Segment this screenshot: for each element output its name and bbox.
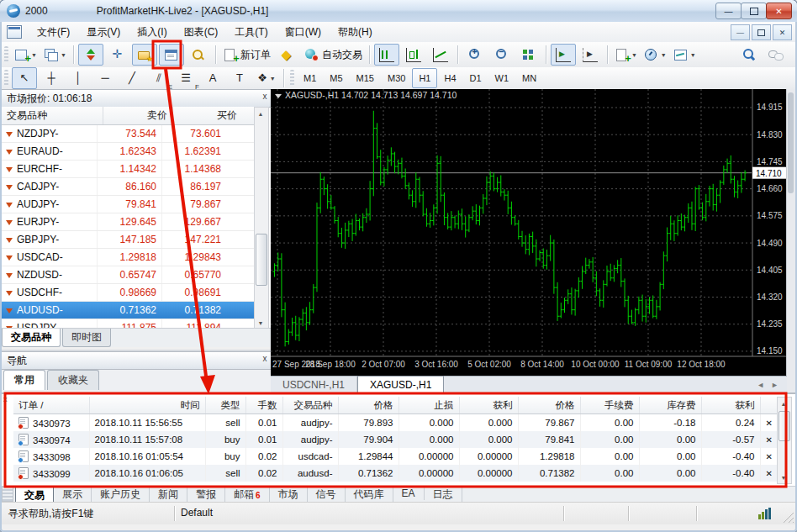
timeframe-H1[interactable]: H1 [412, 68, 437, 88]
terminal-tab-邮箱[interactable]: 邮箱6 [225, 487, 270, 503]
navigator-tab-收藏夹[interactable]: 收藏夹 [47, 370, 99, 390]
search-button[interactable] [736, 44, 761, 66]
navigator-close-icon[interactable]: x [259, 354, 271, 363]
menu-item-显示[interactable]: 显示(V) [78, 23, 129, 42]
market-watch-row-EURJPY-[interactable]: EURJPY-129.645129.667 [2, 213, 254, 231]
orders-column-5[interactable]: 价格 [338, 397, 398, 414]
market-watch-tab-交易品种[interactable]: 交易品种 [2, 329, 61, 347]
tile-windows-button[interactable] [516, 44, 541, 66]
menu-item-窗口[interactable]: 窗口(W) [277, 23, 330, 42]
trend-line-button[interactable]: ╱ [119, 67, 145, 89]
column-buy[interactable]: 买价 [173, 107, 242, 124]
market-watch-row-AUDUSD-[interactable]: AUDUSD-0.713620.71382 [2, 302, 254, 319]
order-row-3433098[interactable]: 34330982018.10.16 01:05:54buy0.02usdcad-… [13, 448, 778, 465]
status-profile[interactable]: Default [181, 507, 213, 519]
terminal-tab-信号[interactable]: 信号 [308, 487, 346, 503]
close-button[interactable]: ✕ [766, 3, 792, 19]
order-row-3430974[interactable]: 34309742018.10.11 15:57:08buy0.01audjpy-… [13, 431, 778, 448]
periods-dropdown-icon[interactable]: ▼ [661, 52, 667, 58]
profiles-dropdown-icon[interactable]: ▼ [61, 52, 66, 58]
orders-column-4[interactable]: 交易品种 [282, 397, 338, 414]
chart-candles-button[interactable] [401, 44, 426, 66]
timeframe-H4[interactable]: H4 [437, 68, 462, 88]
arrows-button[interactable]: ❖▼ [254, 67, 279, 89]
title-bar[interactable]: 2000 ProfitMarketHK-Live2 - [XAGUSD-,H1]… [0, 0, 797, 22]
zoom-in-button[interactable] [462, 44, 488, 66]
market-watch-row-GBPJPY-[interactable]: GBPJPY-147.185147.221 [2, 231, 254, 249]
chat-button[interactable] [763, 44, 788, 66]
terminal-tab-警报[interactable]: 警报 [187, 487, 225, 503]
orders-column-9[interactable]: 手续费 [580, 397, 639, 414]
chart-line-button[interactable] [428, 44, 453, 66]
market-watch-scrollbar[interactable]: ▲ ▼ [254, 107, 269, 329]
scrollbar-thumb[interactable] [788, 92, 794, 193]
terminal-close-icon[interactable]: x [3, 395, 8, 403]
timeframe-D1[interactable]: D1 [463, 68, 488, 88]
timeframe-M15[interactable]: M15 [350, 68, 381, 88]
resize-grip[interactable] [782, 511, 794, 523]
terminal-tab-日志[interactable]: 日志 [425, 487, 462, 503]
zoom-out-button[interactable] [489, 44, 515, 66]
menu-item-帮助[interactable]: 帮助(H) [330, 23, 381, 42]
toolbar-grip[interactable] [4, 70, 8, 87]
menu-item-文件[interactable]: 文件(F) [29, 23, 78, 42]
data-window-button[interactable] [105, 44, 130, 66]
auto-trading-button[interactable]: 自动交易 [302, 44, 365, 66]
text-button[interactable]: A [200, 67, 225, 89]
text-label-button[interactable]: T [227, 67, 252, 89]
tab-scroll-right-icon[interactable]: ► [771, 381, 779, 389]
orders-column-7[interactable]: 获利 [459, 397, 518, 414]
market-watch-button[interactable] [78, 44, 103, 66]
indicators-dropdown-icon[interactable]: ▼ [631, 52, 637, 58]
arrows-dropdown-icon[interactable]: ▼ [270, 76, 276, 82]
orders-column-6[interactable]: 止损 [398, 397, 459, 414]
scrollbar-thumb[interactable] [256, 234, 267, 286]
auto-scroll-button[interactable] [551, 44, 576, 66]
restore-button[interactable] [741, 3, 767, 19]
timeframe-MN[interactable]: MN [515, 68, 543, 88]
market-watch-row-CADJPY-[interactable]: CADJPY-86.16086.197 [2, 178, 254, 196]
market-watch-row-EURAUD-[interactable]: EURAUD-1.623431.62391 [2, 143, 254, 161]
vertical-line-button[interactable]: │ [66, 67, 91, 89]
order-close-icon[interactable]: ✕ [760, 448, 778, 465]
navigator-button[interactable] [132, 44, 157, 66]
toolbar-grip[interactable] [4, 46, 8, 63]
profiles-button[interactable]: ▼ [41, 44, 69, 66]
tab-scroll-left-icon[interactable]: ◄ [757, 381, 764, 389]
order-row-3430973[interactable]: 34309732018.10.11 15:56:55sell0.01audjpy… [13, 414, 778, 432]
menu-item-插入[interactable]: 插入(I) [129, 23, 175, 42]
toolbar-grip[interactable] [290, 70, 294, 87]
scrollbar-thumb[interactable] [779, 411, 790, 441]
scroll-up-icon[interactable]: ▲ [255, 108, 267, 119]
order-close-icon[interactable]: ✕ [760, 431, 778, 448]
terminal-tab-代码库[interactable]: 代码库 [346, 487, 393, 503]
timeframe-W1[interactable]: W1 [488, 68, 516, 88]
orders-column-10[interactable]: 库存费 [639, 397, 701, 414]
terminal-tab-市场[interactable]: 市场 [270, 487, 308, 503]
equidistant-channel-button[interactable]: ⫽E [146, 67, 172, 89]
market-watch-row-USDCAD-[interactable]: USDCAD-1.298181.29843 [2, 249, 254, 266]
market-watch-row-EURCHF-[interactable]: EURCHF-1.143421.14368 [2, 161, 254, 178]
templates-dropdown-icon[interactable]: ▼ [690, 52, 696, 58]
minimize-button[interactable]: — [715, 3, 742, 19]
orders-column-0[interactable]: 订单 / [13, 397, 89, 414]
periods-button[interactable]: ▼ [641, 44, 669, 66]
templates-button[interactable]: ▼ [671, 44, 699, 66]
market-watch-close-icon[interactable]: x [259, 92, 271, 101]
terminal-button[interactable] [159, 44, 184, 66]
timeframe-M1[interactable]: M1 [297, 68, 323, 88]
chart-tab-XAGUSD-,H1[interactable]: XAGUSD-,H1 [357, 376, 444, 393]
terminal-tab-账户历史[interactable]: 账户历史 [92, 487, 150, 503]
indicators-button[interactable]: ▼ [612, 44, 640, 66]
market-watch-row-NZDUSD-[interactable]: NZDUSD-0.657470.65770 [2, 266, 254, 284]
new-chart-button[interactable]: ▼ [12, 44, 40, 66]
orders-column-11[interactable]: 获利 [701, 397, 760, 414]
chart-window-icon[interactable] [7, 25, 22, 39]
orders-column-2[interactable]: 类型 [205, 397, 245, 414]
orders-column-3[interactable]: 手数 [245, 397, 282, 414]
mdi-close-button[interactable]: ✕ [773, 24, 792, 40]
scroll-up-icon[interactable]: ▲ [778, 398, 789, 409]
crosshair-button[interactable]: ┼ [39, 67, 64, 89]
orders-column-8[interactable]: 价格 [518, 397, 580, 414]
menu-item-工具[interactable]: 工具(T) [226, 23, 276, 42]
